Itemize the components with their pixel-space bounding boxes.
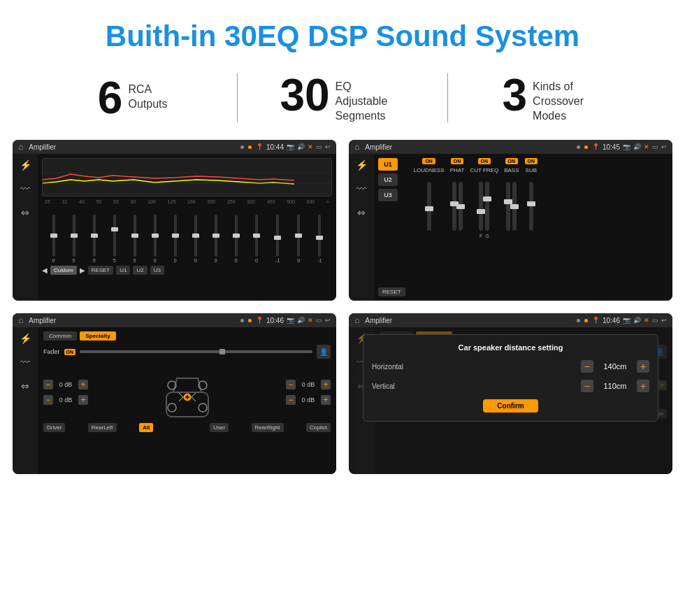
- status-bar-3: ⌂ Amplifier 📍 10:46 📷 🔊 ✕ ▭ ↩: [13, 313, 336, 327]
- main-area-3: Common Specialty Fader ON 👤: [38, 327, 336, 474]
- sidebar-wave-icon-3[interactable]: 〰: [20, 357, 30, 368]
- back-icon-1: ↩: [325, 143, 331, 150]
- btn-rearleft[interactable]: RearLeft: [88, 423, 117, 432]
- status-dot-1: [240, 145, 244, 149]
- chevron-right-eq[interactable]: »: [326, 199, 329, 204]
- channel-name-cutfreq: CUT FREQ: [470, 167, 498, 173]
- btn-copilot[interactable]: Copilot: [306, 423, 331, 432]
- confirm-button[interactable]: Confirm: [483, 399, 538, 413]
- eq-slider-3: 0: [93, 215, 96, 263]
- screen-eq: ⌂ Amplifier 📍 10:44 📷 🔊 ✕ ▭ ↩ ⚡ 〰 ⇔: [13, 140, 336, 301]
- dialog-row-vertical: Vertical − 110cm +: [372, 380, 649, 392]
- db-minus-tr[interactable]: −: [286, 380, 296, 389]
- db-minus-tl[interactable]: −: [43, 380, 53, 389]
- rect-icon-2: ▭: [652, 143, 658, 150]
- page-title: Buith-in 30EQ DSP Sound System: [0, 0, 685, 66]
- vol-icon-3: 🔊: [297, 317, 305, 324]
- db-value-bl: 0 dB: [56, 396, 75, 403]
- pin-icon-4: 📍: [592, 317, 600, 324]
- stat-divider-2: [447, 73, 448, 122]
- time-3: 10:46: [266, 317, 284, 324]
- eq-slider-13: 0: [297, 215, 300, 263]
- eq-reset-btn[interactable]: RESET: [88, 266, 114, 275]
- eq-slider-12: -1: [275, 215, 280, 263]
- status-icons-3: 📍 10:46 📷 🔊 ✕ ▭ ↩: [256, 317, 331, 324]
- stat-eq: 30 EQ AdjustableSegments: [252, 73, 433, 123]
- sidebar-wave-icon[interactable]: 〰: [20, 183, 30, 194]
- sidebar-arrows-icon[interactable]: ⇔: [21, 207, 29, 218]
- db-plus-tr[interactable]: +: [321, 380, 331, 389]
- camera-icon-2: 📷: [623, 143, 630, 150]
- db-minus-br[interactable]: −: [286, 395, 296, 405]
- freq-125: 125: [168, 199, 176, 204]
- status-dot-2: [577, 145, 580, 149]
- stat-divider-1: [237, 73, 238, 122]
- eq-slider-4: 5: [113, 215, 116, 263]
- horizontal-control: − 140cm +: [581, 360, 649, 373]
- fader-handle[interactable]: [219, 349, 225, 354]
- svg-point-6: [168, 403, 176, 412]
- speaker-right-controls: − 0 dB + − 0 dB +: [286, 380, 331, 405]
- fader-settings-icon[interactable]: 👤: [317, 345, 331, 359]
- stat-rca: 6 RCAOutputs: [42, 76, 223, 120]
- sidebar-arrows-icon-3[interactable]: ⇔: [21, 380, 29, 392]
- time-4: 10:46: [603, 317, 620, 324]
- stat-crossover: 3 Kinds ofCrossover Modes: [462, 73, 643, 123]
- on-badge-phat: ON: [451, 158, 464, 164]
- vertical-value: 110cm: [598, 382, 633, 390]
- sidebar-arrows-icon-2[interactable]: ⇔: [357, 207, 366, 218]
- sidebar-eq-icon[interactable]: ⚡: [20, 159, 31, 171]
- speaker-left-controls: − 0 dB + − 0 dB +: [43, 380, 88, 405]
- eq-slider-5: 0: [134, 215, 136, 263]
- on-badge-loudness: ON: [422, 158, 435, 164]
- back-icon-3: ↩: [325, 317, 331, 324]
- btn-rearright[interactable]: RearRight: [252, 423, 284, 432]
- db-minus-bl[interactable]: −: [43, 395, 53, 405]
- db-plus-bl[interactable]: +: [78, 395, 88, 405]
- status-icons-2: 📍 10:45 📷 🔊 ✕ ▭ ↩: [592, 143, 667, 151]
- camera-icon-1: 📷: [287, 143, 294, 150]
- x-icon-2: ✕: [644, 143, 649, 150]
- freq-63: 63: [113, 199, 119, 204]
- eq-u1-btn[interactable]: U1: [116, 266, 130, 275]
- dialog-row-horizontal: Horizontal − 140cm +: [372, 360, 649, 373]
- eq-custom-btn[interactable]: Custom: [50, 266, 77, 275]
- left-sidebar-2: ⚡ 〰 ⇔: [349, 154, 374, 301]
- btn-driver[interactable]: Driver: [43, 423, 65, 432]
- eq-slider-10: 0: [235, 215, 238, 263]
- channel-name-loudness: LOUDNESS: [414, 167, 445, 173]
- fader-slider[interactable]: [80, 350, 312, 353]
- sidebar-eq-icon-3[interactable]: ⚡: [20, 333, 31, 344]
- screen-distance: ⌂ Amplifier 📍 10:46 📷 🔊 ✕ ▭ ↩ ⚡ 〰 ⇔: [349, 313, 672, 474]
- on-badge-cutfreq: ON: [478, 158, 491, 164]
- btn-all[interactable]: All: [139, 423, 153, 432]
- db-plus-br[interactable]: +: [321, 395, 331, 405]
- db-value-br: 0 dB: [298, 396, 318, 403]
- sidebar-eq-icon-2[interactable]: ⚡: [356, 159, 368, 171]
- play-dot-3: [248, 319, 252, 322]
- amp-reset-btn[interactable]: RESET: [378, 287, 405, 296]
- prev-icon[interactable]: ◀: [42, 266, 48, 274]
- loudness-sliders: [427, 175, 431, 231]
- tab-specialty[interactable]: Specialty: [80, 331, 115, 341]
- vertical-plus-btn[interactable]: +: [637, 380, 649, 392]
- eq-u2-btn[interactable]: U2: [133, 266, 147, 275]
- amp-u1-btn[interactable]: U1: [378, 158, 398, 171]
- eq-u3-btn[interactable]: U3: [150, 266, 164, 275]
- vertical-minus-btn[interactable]: −: [581, 380, 593, 392]
- status-bar-4: ⌂ Amplifier 📍 10:46 📷 🔊 ✕ ▭ ↩: [349, 313, 672, 327]
- amp-u3-btn[interactable]: U3: [378, 189, 398, 201]
- horizontal-plus-btn[interactable]: +: [637, 360, 649, 373]
- horizontal-minus-btn[interactable]: −: [581, 360, 593, 373]
- amp-u2-btn[interactable]: U2: [378, 173, 398, 186]
- next-icon[interactable]: ▶: [80, 266, 85, 274]
- db-plus-tl[interactable]: +: [78, 380, 88, 389]
- tab-common[interactable]: Common: [43, 331, 77, 341]
- screen-amp: ⌂ Amplifier 📍 10:45 📷 🔊 ✕ ▭ ↩ ⚡ 〰 ⇔: [349, 140, 672, 301]
- left-sidebar-3: ⚡ 〰 ⇔: [13, 327, 38, 474]
- eq-graph: [42, 158, 332, 196]
- fader-row: Fader ON 👤: [43, 345, 331, 359]
- sidebar-wave-icon-2[interactable]: 〰: [356, 183, 366, 194]
- x-icon-4: ✕: [644, 317, 649, 324]
- distance-dialog: Car speaker distance setting Horizontal …: [363, 334, 658, 422]
